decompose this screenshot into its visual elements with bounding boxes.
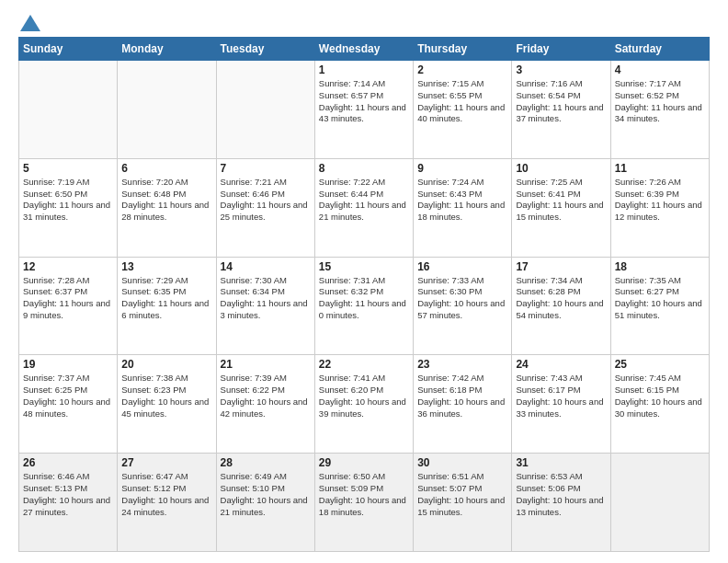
empty-cell xyxy=(216,61,314,159)
weekday-header-friday: Friday xyxy=(512,38,610,61)
day-detail: Sunrise: 7:41 AM Sunset: 6:20 PM Dayligh… xyxy=(319,373,409,419)
day-number: 8 xyxy=(319,162,409,175)
day-number: 22 xyxy=(319,358,409,371)
day-detail: Sunrise: 6:50 AM Sunset: 5:09 PM Dayligh… xyxy=(319,471,409,518)
day-cell-20: 20Sunrise: 7:38 AM Sunset: 6:23 PM Dayli… xyxy=(118,355,216,454)
day-cell-15: 15Sunrise: 7:31 AM Sunset: 6:32 PM Dayli… xyxy=(314,257,413,355)
day-number: 6 xyxy=(121,162,211,175)
day-number: 27 xyxy=(121,456,211,469)
day-number: 20 xyxy=(121,358,211,371)
day-cell-28: 28Sunrise: 6:49 AM Sunset: 5:10 PM Dayli… xyxy=(216,454,314,552)
day-number: 11 xyxy=(615,162,705,175)
day-number: 16 xyxy=(417,260,507,273)
day-number: 30 xyxy=(417,456,507,469)
weekday-header-saturday: Saturday xyxy=(610,38,709,61)
day-number: 21 xyxy=(221,358,311,371)
day-detail: Sunrise: 7:24 AM Sunset: 6:43 PM Dayligh… xyxy=(417,177,507,224)
day-detail: Sunrise: 7:38 AM Sunset: 6:23 PM Dayligh… xyxy=(121,373,211,419)
day-detail: Sunrise: 7:35 AM Sunset: 6:27 PM Dayligh… xyxy=(615,275,705,322)
day-detail: Sunrise: 6:49 AM Sunset: 5:10 PM Dayligh… xyxy=(221,471,311,518)
day-cell-3: 3Sunrise: 7:16 AM Sunset: 6:54 PM Daylig… xyxy=(512,61,610,159)
day-cell-13: 13Sunrise: 7:29 AM Sunset: 6:35 PM Dayli… xyxy=(118,257,216,355)
day-number: 18 xyxy=(615,260,705,273)
day-detail: Sunrise: 7:29 AM Sunset: 6:35 PM Dayligh… xyxy=(121,275,211,322)
week-row-4: 19Sunrise: 7:37 AM Sunset: 6:25 PM Dayli… xyxy=(19,355,710,454)
svg-marker-0 xyxy=(20,15,40,31)
day-cell-26: 26Sunrise: 6:46 AM Sunset: 5:13 PM Dayli… xyxy=(19,454,118,552)
day-detail: Sunrise: 7:39 AM Sunset: 6:22 PM Dayligh… xyxy=(221,373,311,419)
day-detail: Sunrise: 7:37 AM Sunset: 6:25 PM Dayligh… xyxy=(23,373,113,419)
day-cell-16: 16Sunrise: 7:33 AM Sunset: 6:30 PM Dayli… xyxy=(414,257,512,355)
day-cell-14: 14Sunrise: 7:30 AM Sunset: 6:34 PM Dayli… xyxy=(216,257,314,355)
day-number: 23 xyxy=(417,358,507,371)
weekday-header-monday: Monday xyxy=(118,38,216,61)
header xyxy=(18,15,710,29)
day-cell-17: 17Sunrise: 7:34 AM Sunset: 6:28 PM Dayli… xyxy=(512,257,610,355)
day-detail: Sunrise: 7:43 AM Sunset: 6:17 PM Dayligh… xyxy=(516,373,606,419)
day-number: 31 xyxy=(516,456,606,469)
week-row-1: 1Sunrise: 7:14 AM Sunset: 6:57 PM Daylig… xyxy=(19,61,710,159)
weekday-header-tuesday: Tuesday xyxy=(216,38,314,61)
weekday-header-wednesday: Wednesday xyxy=(314,38,413,61)
logo-icon xyxy=(20,15,40,31)
day-number: 25 xyxy=(615,358,705,371)
day-number: 5 xyxy=(23,162,113,175)
day-detail: Sunrise: 7:21 AM Sunset: 6:46 PM Dayligh… xyxy=(221,177,311,224)
day-detail: Sunrise: 7:20 AM Sunset: 6:48 PM Dayligh… xyxy=(121,177,211,224)
weekday-header-sunday: Sunday xyxy=(19,38,118,61)
day-number: 19 xyxy=(23,358,113,371)
day-detail: Sunrise: 6:46 AM Sunset: 5:13 PM Dayligh… xyxy=(23,471,113,518)
day-number: 2 xyxy=(417,63,507,76)
logo xyxy=(18,15,42,29)
day-cell-24: 24Sunrise: 7:43 AM Sunset: 6:17 PM Dayli… xyxy=(512,355,610,454)
day-cell-1: 1Sunrise: 7:14 AM Sunset: 6:57 PM Daylig… xyxy=(314,61,413,159)
day-detail: Sunrise: 7:45 AM Sunset: 6:15 PM Dayligh… xyxy=(615,373,705,419)
day-cell-2: 2Sunrise: 7:15 AM Sunset: 6:55 PM Daylig… xyxy=(414,61,512,159)
day-detail: Sunrise: 7:22 AM Sunset: 6:44 PM Dayligh… xyxy=(319,177,409,224)
day-cell-6: 6Sunrise: 7:20 AM Sunset: 6:48 PM Daylig… xyxy=(118,158,216,257)
empty-cell xyxy=(118,61,216,159)
day-number: 3 xyxy=(516,63,606,76)
day-cell-25: 25Sunrise: 7:45 AM Sunset: 6:15 PM Dayli… xyxy=(610,355,709,454)
day-number: 7 xyxy=(221,162,311,175)
day-detail: Sunrise: 7:16 AM Sunset: 6:54 PM Dayligh… xyxy=(516,78,606,125)
day-cell-9: 9Sunrise: 7:24 AM Sunset: 6:43 PM Daylig… xyxy=(414,158,512,257)
day-number: 10 xyxy=(516,162,606,175)
calendar-table: SundayMondayTuesdayWednesdayThursdayFrid… xyxy=(18,37,710,552)
day-cell-7: 7Sunrise: 7:21 AM Sunset: 6:46 PM Daylig… xyxy=(216,158,314,257)
day-cell-30: 30Sunrise: 6:51 AM Sunset: 5:07 PM Dayli… xyxy=(414,454,512,552)
day-cell-10: 10Sunrise: 7:25 AM Sunset: 6:41 PM Dayli… xyxy=(512,158,610,257)
day-cell-21: 21Sunrise: 7:39 AM Sunset: 6:22 PM Dayli… xyxy=(216,355,314,454)
day-detail: Sunrise: 7:14 AM Sunset: 6:57 PM Dayligh… xyxy=(319,78,409,125)
day-detail: Sunrise: 7:42 AM Sunset: 6:18 PM Dayligh… xyxy=(417,373,507,419)
day-detail: Sunrise: 7:31 AM Sunset: 6:32 PM Dayligh… xyxy=(319,275,409,322)
weekday-header-thursday: Thursday xyxy=(414,38,512,61)
day-number: 15 xyxy=(319,260,409,273)
weekday-header-row: SundayMondayTuesdayWednesdayThursdayFrid… xyxy=(19,38,710,61)
day-cell-23: 23Sunrise: 7:42 AM Sunset: 6:18 PM Dayli… xyxy=(414,355,512,454)
day-number: 12 xyxy=(23,260,113,273)
day-number: 29 xyxy=(319,456,409,469)
day-number: 9 xyxy=(417,162,507,175)
day-cell-18: 18Sunrise: 7:35 AM Sunset: 6:27 PM Dayli… xyxy=(610,257,709,355)
week-row-5: 26Sunrise: 6:46 AM Sunset: 5:13 PM Dayli… xyxy=(19,454,710,552)
day-detail: Sunrise: 7:28 AM Sunset: 6:37 PM Dayligh… xyxy=(23,275,113,322)
day-number: 26 xyxy=(23,456,113,469)
day-number: 17 xyxy=(516,260,606,273)
day-detail: Sunrise: 7:34 AM Sunset: 6:28 PM Dayligh… xyxy=(516,275,606,322)
day-cell-11: 11Sunrise: 7:26 AM Sunset: 6:39 PM Dayli… xyxy=(610,158,709,257)
page: SundayMondayTuesdayWednesdayThursdayFrid… xyxy=(0,0,728,563)
day-cell-5: 5Sunrise: 7:19 AM Sunset: 6:50 PM Daylig… xyxy=(19,158,118,257)
day-number: 13 xyxy=(121,260,211,273)
day-cell-31: 31Sunrise: 6:53 AM Sunset: 5:06 PM Dayli… xyxy=(512,454,610,552)
day-cell-12: 12Sunrise: 7:28 AM Sunset: 6:37 PM Dayli… xyxy=(19,257,118,355)
empty-cell xyxy=(610,454,709,552)
day-cell-4: 4Sunrise: 7:17 AM Sunset: 6:52 PM Daylig… xyxy=(610,61,709,159)
day-detail: Sunrise: 7:26 AM Sunset: 6:39 PM Dayligh… xyxy=(615,177,705,224)
day-cell-22: 22Sunrise: 7:41 AM Sunset: 6:20 PM Dayli… xyxy=(314,355,413,454)
day-number: 24 xyxy=(516,358,606,371)
week-row-2: 5Sunrise: 7:19 AM Sunset: 6:50 PM Daylig… xyxy=(19,158,710,257)
day-detail: Sunrise: 6:53 AM Sunset: 5:06 PM Dayligh… xyxy=(516,471,606,518)
day-cell-29: 29Sunrise: 6:50 AM Sunset: 5:09 PM Dayli… xyxy=(314,454,413,552)
day-detail: Sunrise: 7:15 AM Sunset: 6:55 PM Dayligh… xyxy=(417,78,507,125)
